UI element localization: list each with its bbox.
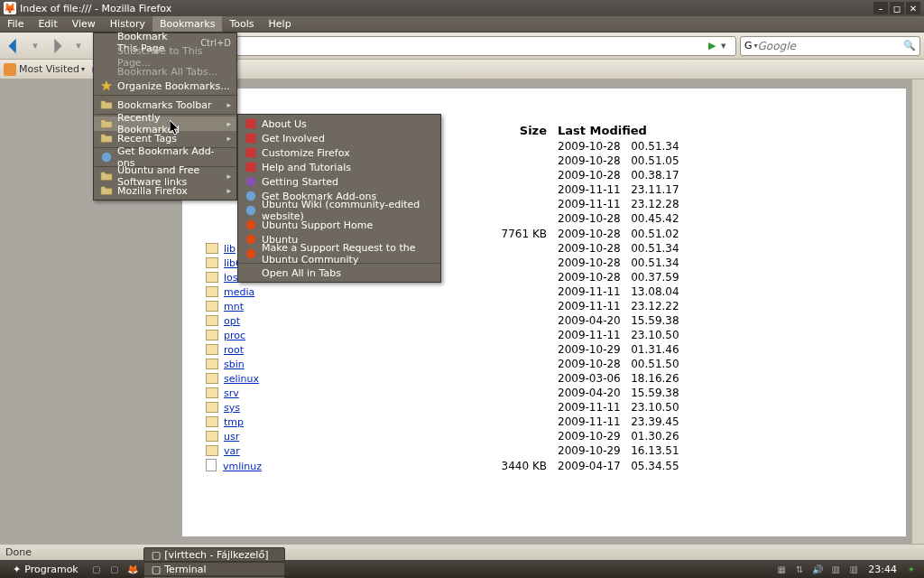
file-link[interactable]: sys <box>224 402 240 414</box>
scrollbar-vertical[interactable] <box>911 79 924 544</box>
recently-bookmarked-submenu[interactable]: About UsGet InvolvedCustomize FirefoxHel… <box>237 114 441 283</box>
tray-cpu-icon[interactable]: ▦ <box>774 563 789 575</box>
taskbar-clock[interactable]: 23:44 <box>868 564 897 575</box>
tray-network-icon[interactable]: ⇅ <box>792 563 807 575</box>
minimize-button[interactable]: – <box>873 2 888 14</box>
file-link[interactable]: proc <box>224 330 245 341</box>
menu-item[interactable]: Make a Support Request to the Ubuntu Com… <box>238 247 440 261</box>
file-size <box>471 182 552 197</box>
search-go-icon[interactable]: 🔍 <box>903 40 916 51</box>
file-link[interactable]: sbin <box>224 359 245 370</box>
url-bar[interactable]: 📄 ▶ ▾ <box>159 36 736 56</box>
start-icon: ✦ <box>13 564 21 575</box>
menu-item[interactable]: Bookmarks Toolbar▸ <box>94 98 236 112</box>
menu-item[interactable]: Open All in Tabs <box>238 266 440 280</box>
file-link[interactable]: var <box>224 445 240 457</box>
urlbar-dropdown[interactable]: ▾ <box>721 40 734 51</box>
go-button[interactable]: ▶ <box>708 40 721 51</box>
menu-item[interactable]: Recent Tags▸ <box>94 131 236 145</box>
taskbar: ✦Programok ▢ ▢ 🦊 ▢[virttech - Fájlkezelő… <box>0 560 924 578</box>
menu-edit[interactable]: Edit <box>31 16 64 32</box>
file-link[interactable]: srv <box>224 387 239 399</box>
menu-item[interactable]: Getting Started <box>238 174 440 189</box>
taskbar-app-button[interactable]: ▢Terminal <box>143 562 285 576</box>
search-input[interactable] <box>758 40 903 52</box>
menu-help[interactable]: Help <box>262 16 299 32</box>
file-modified: 2009-10-28 00.51.34 <box>552 139 706 154</box>
menu-tools[interactable]: Tools <box>222 16 261 32</box>
file-link[interactable]: vmlinuz <box>223 461 262 472</box>
file-link[interactable]: opt <box>224 315 240 327</box>
back-button[interactable] <box>4 36 23 56</box>
file-link[interactable]: mnt <box>224 301 244 312</box>
menu-item[interactable]: Ubuntu Support Home <box>238 218 440 232</box>
file-modified: 2009-11-11 13.08.04 <box>552 284 706 299</box>
menu-item-label: Get Involved <box>262 133 435 144</box>
svg-point-5 <box>246 235 256 245</box>
file-modified: 2009-10-29 16.13.51 <box>552 443 706 458</box>
back-dropdown[interactable]: ▾ <box>25 36 45 56</box>
table-row: selinux2009-03-06 18.16.26 <box>200 371 706 386</box>
file-link[interactable]: lib <box>224 243 236 255</box>
file-size <box>471 400 552 415</box>
search-bar[interactable]: G▾ 🔍 <box>740 36 920 56</box>
file-size <box>471 313 552 328</box>
menu-item[interactable]: Get Bookmark Add-ons <box>94 150 236 164</box>
folder-icon <box>206 373 218 384</box>
file-link[interactable]: root <box>224 344 244 356</box>
menu-item[interactable]: Organize Bookmarks... <box>94 79 236 93</box>
menu-item[interactable]: Help and Tutorials <box>238 160 440 174</box>
table-row: sbin2009-10-28 00.51.50 <box>200 357 706 371</box>
folder-icon <box>99 132 114 144</box>
maximize-button[interactable]: ◻ <box>890 2 904 14</box>
menu-bookmarks[interactable]: Bookmarks <box>152 16 222 32</box>
menu-view[interactable]: View <box>65 16 103 32</box>
file-link[interactable]: usr <box>224 431 239 443</box>
menu-item[interactable]: Recently Bookmarked▸ <box>94 117 236 131</box>
file-link[interactable]: media <box>224 286 254 298</box>
menu-item[interactable]: Ubuntu and Free Software links▸ <box>94 169 236 183</box>
folder-icon <box>206 315 218 326</box>
redff-icon <box>244 161 258 173</box>
submenu-arrow-icon: ▸ <box>226 172 231 181</box>
file-size <box>471 386 552 400</box>
menu-item[interactable]: About Us <box>238 117 440 131</box>
tray-session-icon[interactable]: ✦ <box>904 563 919 575</box>
menu-item[interactable]: Ubuntu Wiki (community-edited website) <box>238 203 440 218</box>
tray-volume-icon[interactable]: 🔊 <box>810 563 825 575</box>
bookmarks-menu[interactable]: Bookmark This PageCtrl+DSubscribe to Thi… <box>93 33 237 200</box>
taskbar-app-button[interactable]: ▢[virttech - Fájlkezelő] <box>143 547 285 562</box>
menu-file[interactable]: File <box>0 16 31 32</box>
file-modified: 2009-10-28 00.51.34 <box>552 256 706 270</box>
app-icon: ▢ <box>152 564 161 575</box>
search-engine-icon[interactable]: G <box>744 40 753 51</box>
file-size <box>471 270 552 284</box>
menu-item[interactable]: Get Involved <box>238 131 440 145</box>
table-row: vmlinuz3440 KB2009-04-17 05.34.55 <box>200 458 706 473</box>
table-row: tmp2009-11-11 23.39.45 <box>200 415 706 429</box>
quicklaunch-2[interactable]: ▢ <box>107 563 122 575</box>
most-visited-button[interactable]: Most Visited▾ <box>4 63 85 76</box>
file-link[interactable]: tmp <box>224 416 244 428</box>
quicklaunch-firefox[interactable]: 🦊 <box>125 563 140 575</box>
menu-item-label: Getting Started <box>262 176 435 188</box>
menu-item[interactable]: Customize Firefox <box>238 145 440 160</box>
url-input[interactable] <box>180 38 708 54</box>
file-icon <box>206 459 217 471</box>
col-size[interactable]: Size <box>471 122 552 139</box>
file-modified: 2009-10-28 00.51.50 <box>552 357 706 371</box>
tray-indicator-1[interactable]: ▥ <box>828 563 843 575</box>
col-last-modified[interactable]: Last Modified <box>552 122 706 139</box>
forward-dropdown[interactable]: ▾ <box>69 36 88 56</box>
menu-history[interactable]: History <box>103 16 152 32</box>
start-menu-button[interactable]: ✦Programok <box>5 562 86 576</box>
close-button[interactable]: ✕ <box>906 2 920 14</box>
file-link[interactable]: selinux <box>224 373 259 385</box>
tray-indicator-2[interactable]: ▥ <box>846 563 861 575</box>
file-modified: 2009-11-11 23.10.50 <box>552 328 706 342</box>
quicklaunch-1[interactable]: ▢ <box>89 563 104 575</box>
svg-point-3 <box>246 206 256 216</box>
menu-item-label: About Us <box>262 118 435 130</box>
menu-item[interactable]: Mozilla Firefox▸ <box>94 183 236 198</box>
forward-button[interactable] <box>47 36 67 56</box>
